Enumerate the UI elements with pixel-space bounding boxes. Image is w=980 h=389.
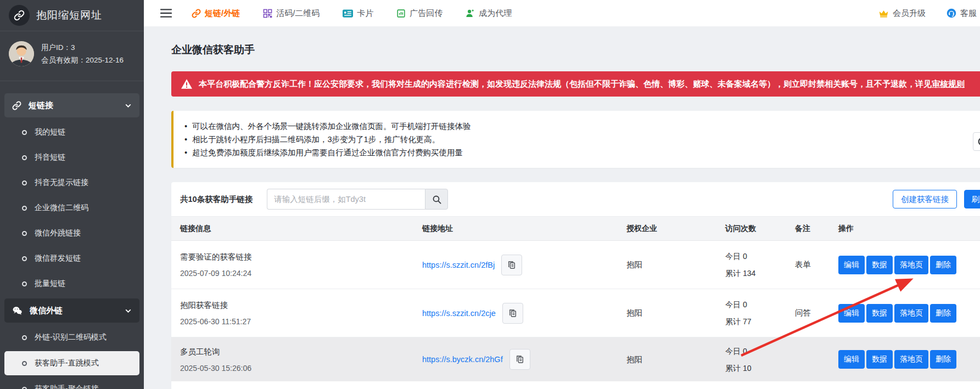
brand-title: 抱阳缩短网址 xyxy=(36,8,102,22)
side-float-button[interactable] xyxy=(973,132,980,151)
search-input[interactable] xyxy=(267,189,425,210)
data-button[interactable]: 数据 xyxy=(866,350,893,369)
authorized-company: 抱阳 xyxy=(620,308,725,318)
links-count-label: 共10条获客助手链接 xyxy=(180,194,253,205)
copy-button[interactable] xyxy=(501,255,522,275)
table-row: 多员工轮询 2025-05-30 15:26:06 https://s.bycz… xyxy=(171,337,980,381)
agent-person-icon xyxy=(466,9,475,18)
link-icon xyxy=(12,101,21,110)
links-table-card: 共10条获客助手链接 创建获客链接 刷新 链接信息 链接地址 授权企业 访问次数… xyxy=(171,182,980,389)
user-id: 用户ID：3 xyxy=(41,41,124,54)
brand-logo xyxy=(9,5,30,26)
edit-button[interactable]: 编辑 xyxy=(838,256,865,274)
sidebar-group-shortlink[interactable]: 短链接 xyxy=(4,93,139,117)
sidebar-item-extlink-qrmode[interactable]: 外链-识别二维码模式 xyxy=(0,325,144,350)
nav-become-agent[interactable]: 成为代理 xyxy=(466,8,512,19)
sidebar-group-label: 短链接 xyxy=(29,100,53,111)
visit-counts: 今日 0 累计 10 xyxy=(725,347,788,373)
table-row: 抱阳获客链接 2025-06-30 11:51:27 https://s.szz… xyxy=(171,289,980,337)
user-avatar xyxy=(9,41,34,66)
col-actions: 操作 xyxy=(838,224,980,234)
landing-page-button[interactable]: 落地页 xyxy=(894,256,928,274)
sidebar-item-my-shortlinks[interactable]: 我的短链 xyxy=(0,120,144,145)
menu-toggle-button[interactable] xyxy=(160,8,172,18)
link-icon xyxy=(14,10,25,21)
bullet-circle-icon xyxy=(22,206,27,211)
link-date: 2025-07-09 10:24:24 xyxy=(180,269,422,278)
crown-icon xyxy=(878,9,889,18)
sidebar-item-batch-shortlink[interactable]: 批量短链 xyxy=(0,271,144,296)
sidebar-item-wecom-qrcode[interactable]: 企业微信二维码 xyxy=(0,195,144,221)
link-icon xyxy=(192,9,201,18)
delete-button[interactable]: 删除 xyxy=(930,256,956,274)
visit-counts: 今日 0 累计 134 xyxy=(725,252,788,278)
short-url-link[interactable]: https://s.szzit.cn/2fBj xyxy=(422,261,495,269)
search-button[interactable] xyxy=(425,189,448,210)
nav-shortlink[interactable]: 短链/外链 xyxy=(192,8,240,19)
col-company: 授权企业 xyxy=(620,224,725,234)
link-name: 需要验证的获客链接 xyxy=(180,252,422,262)
link-date: 2025-05-30 15:26:06 xyxy=(180,364,422,373)
search-group xyxy=(267,189,448,210)
remark: 问答 xyxy=(788,308,838,318)
delete-button[interactable]: 删除 xyxy=(930,350,956,369)
chevron-down-icon xyxy=(125,102,132,109)
authorized-company: 抱阳 xyxy=(620,354,725,365)
data-button[interactable]: 数据 xyxy=(866,256,893,274)
link-date: 2025-06-30 11:51:27 xyxy=(180,317,422,326)
bullet-circle-icon xyxy=(22,361,27,366)
bullet-circle-icon xyxy=(22,130,27,135)
nav-customer-service[interactable]: 客服 xyxy=(947,8,977,19)
hamburger-icon xyxy=(160,8,172,18)
authorized-company: 抱阳 xyxy=(620,260,725,270)
user-panel: 用户ID：3 会员有效期：2025-12-16 xyxy=(0,31,144,81)
table-toolbar: 共10条获客助手链接 创建获客链接 刷新 xyxy=(171,182,980,216)
create-link-button[interactable]: 创建获客链接 xyxy=(893,190,957,208)
sidebar-header: 抱阳缩短网址 xyxy=(0,0,144,31)
col-link-info: 链接信息 xyxy=(180,224,422,234)
edit-button[interactable]: 编辑 xyxy=(838,350,865,369)
sidebar-item-wechat-jumpout[interactable]: 微信外跳链接 xyxy=(0,221,144,246)
tip-item: 相比于跳转小程序后扫描二维码添加，3步变为了1步，推广转化更高。 xyxy=(183,133,980,146)
landing-page-button[interactable]: 落地页 xyxy=(894,350,928,369)
nav-ad-callback[interactable]: 广告回传 xyxy=(396,8,443,19)
delete-button[interactable]: 删除 xyxy=(930,304,956,323)
bullet-circle-icon xyxy=(22,256,27,261)
link-name: 多员工轮询 xyxy=(180,347,422,357)
warning-text: 本平台积极配合警方反诈工作！应公安部要求，我们将对生成的内容进行检测，如发现违反… xyxy=(199,79,965,89)
edit-button[interactable]: 编辑 xyxy=(838,304,865,323)
nav-card[interactable]: 卡片 xyxy=(343,8,373,19)
data-button[interactable]: 数据 xyxy=(866,304,893,323)
landing-page-button[interactable]: 落地页 xyxy=(894,304,928,323)
refresh-button[interactable]: 刷新 xyxy=(964,190,980,208)
wechat-icon xyxy=(12,306,23,316)
review-rules-link[interactable]: 审核规则 xyxy=(932,79,965,88)
bullet-circle-icon xyxy=(22,387,27,389)
short-url-link[interactable]: https://s.szzit.cn/2cje xyxy=(422,309,496,318)
sidebar-group-label: 微信外链 xyxy=(30,306,63,316)
table-header-row: 链接信息 链接地址 授权企业 访问次数 备注 操作 xyxy=(171,216,980,241)
col-link-url: 链接地址 xyxy=(422,224,620,234)
sidebar-item-douyin-noprompt[interactable]: 抖音无提示链接 xyxy=(0,170,144,195)
sidebar-item-douyin-shortlink[interactable]: 抖音短链 xyxy=(0,145,144,170)
page-title: 企业微信获客助手 xyxy=(171,43,980,57)
sidebar-item-wechat-mass[interactable]: 微信群发短链 xyxy=(0,246,144,271)
warning-icon xyxy=(181,79,192,89)
bullet-circle-icon xyxy=(22,155,27,160)
bullet-circle-icon xyxy=(22,335,27,340)
qrcode-icon xyxy=(263,9,272,18)
sidebar-item-acquisition-direct[interactable]: 获客助手-直跳模式 xyxy=(4,351,139,375)
nav-member-upgrade[interactable]: 会员升级 xyxy=(878,8,926,19)
copy-button[interactable] xyxy=(502,303,523,324)
nav-qrcode[interactable]: 活码/二维码 xyxy=(263,8,320,19)
circle-glyph-icon xyxy=(977,137,980,146)
short-url-link[interactable]: https://s.byczk.cn/2hGf xyxy=(422,355,503,364)
copy-icon xyxy=(508,309,517,318)
sidebar-group-wechat-external[interactable]: 微信外链 xyxy=(4,298,139,323)
copy-button[interactable] xyxy=(509,349,530,370)
col-visits: 访问次数 xyxy=(725,224,788,234)
sidebar-menu: 短链接 我的短链 抖音短链 抖音无提示链接 企业微信二维码 微信外跳链接 微信群… xyxy=(0,81,144,389)
copy-icon xyxy=(507,261,516,269)
card-icon xyxy=(343,9,353,18)
sidebar-item-acquisition-aggregate[interactable]: 获客助手-聚合链接 xyxy=(0,376,144,389)
